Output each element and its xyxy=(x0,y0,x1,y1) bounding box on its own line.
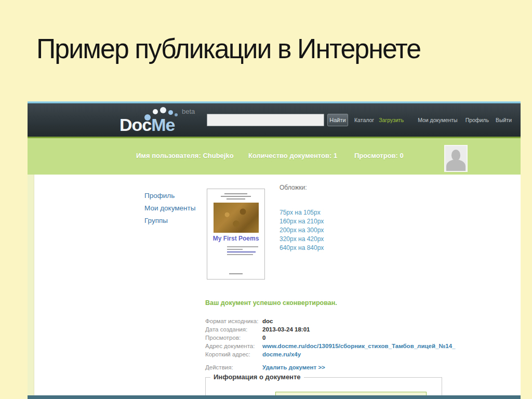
detail-label: Адрес документа: xyxy=(205,343,262,349)
cover-size-link-75[interactable]: 75px на 105px xyxy=(280,208,324,217)
site-header: beta DocMe Найти Каталог Загрузить Мои д… xyxy=(28,103,521,137)
sidebar: Профиль Мои документы Группы xyxy=(144,190,195,227)
detail-value: 0 xyxy=(262,335,265,341)
detail-row: Формат исходника: doc xyxy=(205,317,455,325)
header-nav: Каталог Загрузить Мои документы Профиль … xyxy=(354,103,512,137)
detail-row: Просмотров: 0 xyxy=(205,334,455,342)
detail-label: Формат исходника: xyxy=(205,318,262,324)
cover-size-link-160[interactable]: 160px на 210px xyxy=(280,217,324,226)
cover-size-link-640[interactable]: 640px на 840px xyxy=(280,244,324,252)
detail-row: Короткий адрес: docme.ru/x4y xyxy=(205,350,455,358)
document-url-link[interactable]: www.docme.ru/doc/130915/сборник_стихов_Т… xyxy=(262,343,455,349)
short-url-link[interactable]: docme.ru/x4y xyxy=(262,351,301,357)
delete-document-link[interactable]: Удалить документ >> xyxy=(262,364,325,370)
sidebar-link-mydocs[interactable]: Мои документы xyxy=(144,202,195,215)
slide: Пример публикации в Интернете beta DocMe… xyxy=(0,0,532,399)
beta-badge: beta xyxy=(182,108,195,115)
avatar xyxy=(444,145,468,172)
detail-row: Адрес документа: www.docme.ru/doc/130915… xyxy=(205,342,455,350)
cover-size-links: 75px на 105px 160px на 210px 200px на 30… xyxy=(280,208,324,252)
detail-row: Дата создания: 2013-03-24 18:01 xyxy=(205,325,455,334)
sidebar-link-groups[interactable]: Группы xyxy=(144,215,195,227)
logo-text: DocMe xyxy=(119,115,175,135)
actions-label: Действия: xyxy=(205,364,262,370)
page-left-margin xyxy=(28,175,34,399)
document-details: Формат исходника: doc Дата создания: 201… xyxy=(205,317,455,358)
search-button[interactable]: Найти xyxy=(327,114,348,126)
actions-row: Действия: Удалить документ >> xyxy=(205,364,325,370)
info-legend: Информация о документе xyxy=(210,373,304,381)
document-thumbnail[interactable]: My First Poems xyxy=(207,189,265,280)
user-bar: Имя пользователя: Chubejko Количество до… xyxy=(28,138,521,175)
success-message: Ваш документ успешно сконвертирован. xyxy=(205,299,337,307)
username-text: Имя пользователя: Chubejko xyxy=(136,152,234,159)
cover-title: My First Poems xyxy=(207,235,264,242)
nav-link-logout[interactable]: Выйти xyxy=(496,117,512,123)
nav-link-profile[interactable]: Профиль xyxy=(466,117,489,123)
search-input[interactable] xyxy=(207,114,324,126)
detail-label: Просмотров: xyxy=(205,335,262,341)
views-count-text: Просмотров: 0 xyxy=(354,152,404,159)
bottom-edge-line xyxy=(28,395,521,399)
detail-value: 2013-03-24 18:01 xyxy=(262,326,310,332)
cover-painting xyxy=(214,203,259,233)
person-icon xyxy=(451,150,460,161)
nav-link-mydocs[interactable]: Мои документы xyxy=(418,117,458,123)
sidebar-link-profile[interactable]: Профиль xyxy=(144,190,195,202)
nav-link-catalog[interactable]: Каталог xyxy=(354,117,374,123)
docme-screenshot: beta DocMe Найти Каталог Загрузить Мои д… xyxy=(28,101,521,399)
detail-label: Дата создания: xyxy=(205,326,262,332)
nav-link-upload[interactable]: Загрузить xyxy=(379,117,404,123)
cover-size-link-200[interactable]: 200px на 300px xyxy=(280,226,324,235)
documents-count-text: Количество документов: 1 xyxy=(248,152,337,159)
cover-size-link-320[interactable]: 320px на 420px xyxy=(280,235,324,244)
detail-label: Короткий адрес: xyxy=(205,351,262,357)
slide-title: Пример публикации в Интернете xyxy=(36,32,485,64)
detail-value: doc xyxy=(262,318,273,324)
covers-label: Обложки: xyxy=(280,184,307,191)
docme-logo[interactable]: beta DocMe xyxy=(119,107,197,136)
